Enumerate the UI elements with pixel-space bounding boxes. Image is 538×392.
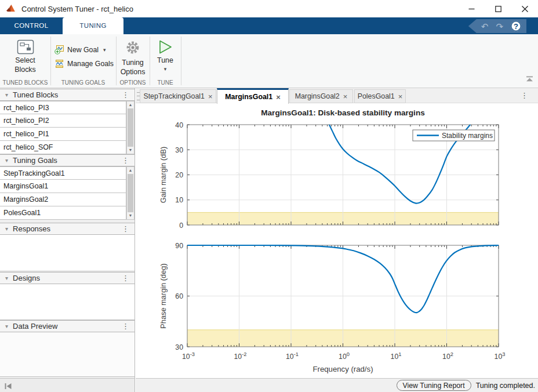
maximize-button[interactable] [485, 0, 511, 17]
panel-title: Tuned Blocks [13, 90, 122, 99]
select-blocks-label: Select Blocks [8, 56, 43, 74]
y-tick-label: 30 [175, 343, 183, 351]
tuned-blocks-list: rct_helico_PI3 rct_helico_PI2 rct_helico… [0, 101, 134, 154]
tab-control-system[interactable]: CONTROL SYSTEM [0, 17, 63, 34]
toolbar-separator [181, 37, 181, 85]
scroll-down-icon[interactable]: ▼ [127, 212, 134, 219]
collapse-sidebar-button[interactable] [3, 382, 13, 392]
list-item[interactable]: rct_helico_PI2 [0, 114, 126, 128]
manage-goals-button[interactable]: Manage Goals [54, 59, 114, 68]
x-tick-label: 102 [442, 351, 453, 361]
document-tab-bar: StepTrackingGoal1 × MarginsGoal1 × Margi… [136, 88, 538, 103]
designs-list [0, 284, 134, 320]
list-item[interactable]: rct_helico_SOF [0, 141, 126, 154]
list-item[interactable]: rct_helico_PI3 [0, 101, 126, 114]
panel-header-data-preview[interactable]: ▾ Data Preview ⋮ [0, 320, 134, 332]
panel-header-tuned-blocks[interactable]: ▾ Tuned Blocks ⋮ [0, 89, 134, 101]
collapse-arrow-icon: ▾ [5, 323, 8, 329]
panel-menu-icon[interactable]: ⋮ [122, 156, 129, 165]
doc-tab-label: StepTrackingGoal1 [143, 92, 205, 100]
y-tick-label: 0 [179, 222, 183, 230]
status-message: Tuning completed. [476, 382, 535, 390]
panel-menu-icon[interactable]: ⋮ [122, 322, 129, 331]
panel-menu-icon[interactable]: ⋮ [122, 274, 129, 282]
tuning-options-button[interactable]: Tuning Options [116, 39, 150, 77]
plot-area: 010203040Gain margin (dB)MarginsGoal1: D… [136, 103, 538, 378]
help-icon[interactable]: ? [511, 21, 521, 31]
document-area: StepTrackingGoal1 × MarginsGoal1 × Margi… [136, 88, 538, 378]
bottom-row: View Tuning Report Tuning completed. [0, 378, 538, 392]
gear-icon [124, 39, 141, 57]
maximize-icon [495, 6, 501, 12]
tab-close-icon[interactable]: × [343, 93, 348, 100]
tab-close-icon[interactable]: × [276, 93, 281, 101]
scroll-down-icon[interactable]: ▼ [127, 147, 134, 154]
list-item[interactable]: StepTrackingGoal1 [0, 166, 126, 180]
panel-menu-icon[interactable]: ⋮ [122, 224, 129, 233]
data-preview-panel [0, 332, 134, 377]
panel-title: Responses [13, 224, 122, 233]
x-tick-label: 10-2 [234, 351, 247, 361]
doc-tab-marginsgoal2[interactable]: MarginsGoal2 × [289, 89, 353, 103]
x-tick-label: 10-3 [182, 351, 195, 361]
list-item[interactable]: MarginsGoal1 [0, 180, 126, 193]
doc-tab-polesgoal1[interactable]: PolesGoal1 × [354, 89, 406, 103]
collapse-ribbon-button[interactable] [526, 74, 533, 84]
panel-title: Tuning Goals [13, 156, 122, 165]
y-tick-label: 10 [175, 196, 183, 204]
window-title: Control System Tuner - rct_helico [21, 5, 133, 13]
panel-header-designs[interactable]: ▾ Designs ⋮ [0, 272, 134, 284]
tuning-goals-list: StepTrackingGoal1 MarginsGoal1 MarginsGo… [0, 166, 134, 220]
redo-icon[interactable]: ↷ [496, 22, 503, 31]
doc-tab-label: MarginsGoal1 [225, 93, 272, 101]
x-tick-label: 100 [339, 351, 350, 361]
tab-close-icon[interactable]: × [398, 93, 403, 100]
list-item[interactable]: rct_helico_PI1 [0, 128, 126, 141]
matlab-logo-icon [6, 4, 16, 14]
title-bar: Control System Tuner - rct_helico [0, 0, 538, 17]
stability-margins-curve [323, 110, 478, 203]
new-goal-icon [54, 45, 64, 55]
undo-icon[interactable]: ↶ [481, 22, 489, 31]
x-axis-label: Frequency (rad/s) [312, 365, 373, 373]
tab-close-icon[interactable]: × [208, 93, 213, 100]
doc-tab-marginsgoal1[interactable]: MarginsGoal1 × [217, 88, 289, 104]
tune-button[interactable]: Tune ▾ [150, 39, 181, 72]
list-item[interactable]: PolesGoal1 [0, 206, 126, 220]
new-goal-button[interactable]: New Goal ▾ [54, 45, 106, 55]
select-blocks-button[interactable]: Select Blocks [0, 39, 50, 74]
margins-plot: 010203040Gain margin (dB)MarginsGoal1: D… [136, 103, 538, 378]
section-options: Tuning Options OPTIONS [116, 34, 150, 88]
y-tick-label: 40 [175, 121, 183, 129]
doc-tab-label: PolesGoal1 [358, 92, 395, 100]
toolstrip: Select Blocks TUNED BLOCKS New Goal ▾ [0, 34, 538, 88]
y-tick-label: 90 [175, 242, 183, 250]
sidebar-bottom-strip [0, 378, 135, 392]
scroll-up-icon[interactable]: ▲ [127, 101, 134, 108]
section-tune: Tune ▾ TUNE [150, 34, 181, 88]
doc-tab-steptrackinggoal1[interactable]: StepTrackingGoal1 × [140, 89, 216, 103]
panel-header-responses[interactable]: ▾ Responses ⋮ [0, 223, 134, 235]
dropdown-arrow-icon: ▾ [103, 47, 106, 53]
minimize-button[interactable] [458, 0, 485, 17]
collapse-arrow-icon: ▾ [5, 92, 8, 98]
scrollbar[interactable]: ▲ ▼ [126, 166, 134, 220]
scrollbar-thumb[interactable] [128, 108, 133, 147]
panel-header-tuning-goals[interactable]: ▾ Tuning Goals ⋮ [0, 154, 134, 166]
close-button[interactable] [511, 0, 538, 17]
list-item[interactable]: MarginsGoal2 [0, 193, 126, 206]
tab-tuning[interactable]: TUNING [63, 17, 123, 34]
section-label-tuned-blocks: TUNED BLOCKS [0, 79, 50, 86]
section-tuning-goals: New Goal ▾ Manage Goals TUNING GOALS [50, 34, 116, 88]
tabbar-menu-icon[interactable]: ⋮ [521, 91, 528, 100]
scroll-up-icon[interactable]: ▲ [127, 167, 134, 174]
scrollbar-thumb[interactable] [128, 174, 133, 212]
panel-menu-icon[interactable]: ⋮ [122, 90, 129, 99]
sidebar: ▾ Tuned Blocks ⋮ rct_helico_PI3 rct_heli… [0, 88, 135, 378]
view-tuning-report-button[interactable]: View Tuning Report [397, 380, 471, 391]
scrollbar[interactable]: ▲ ▼ [126, 101, 134, 154]
panel-title: Designs [13, 274, 122, 282]
new-goal-label: New Goal [67, 46, 99, 54]
x-tick-label: 101 [391, 351, 402, 361]
section-label-options: OPTIONS [116, 79, 150, 86]
